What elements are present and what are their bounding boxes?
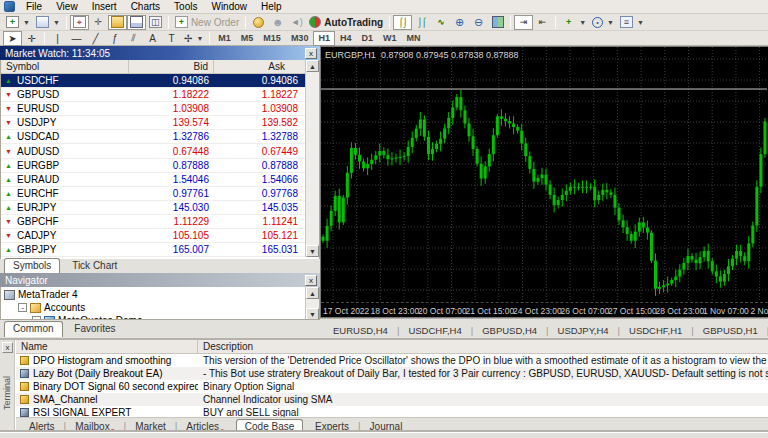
codebase-row[interactable]: SMA_ChannelChannel Indicator using SMA (16, 393, 768, 406)
auto-scroll-button[interactable]: ⇤ (533, 15, 552, 30)
tree-expander-icon[interactable]: - (18, 303, 27, 312)
autotrading-button[interactable]: AutoTrading (306, 15, 386, 30)
column-header-name[interactable]: Name (16, 340, 198, 353)
trendline-tool-button[interactable]: ╱ (86, 31, 105, 46)
bar-chart-mode-button[interactable]: ⌠⌡ (393, 15, 412, 30)
market-watch-row-gbpchf[interactable]: ▼GBPCHF1.112291.11241 (1, 215, 319, 229)
menu-item-help[interactable]: Help (254, 0, 289, 13)
codebase-row[interactable]: DPO Histogram and smoothingThis version … (16, 354, 768, 367)
timeframe-button-m1[interactable]: M1 (213, 31, 236, 46)
market-watch-row-euraud[interactable]: ▲EURAUD1.540461.54066 (1, 173, 319, 187)
indicators-button[interactable]: +▼ (559, 15, 589, 30)
market-watch-row-eurusd[interactable]: ▼EURUSD1.039081.03908 (1, 102, 319, 116)
scroll-up-icon[interactable]: ▲ (306, 60, 319, 72)
timeframe-button-h1[interactable]: H1 (313, 31, 335, 46)
chart-tab-usdjpy-h4[interactable]: USDJPY,H4 (549, 323, 618, 338)
vertical-line-tool-button[interactable]: | (48, 31, 67, 46)
timeframe-button-d1[interactable]: D1 (356, 31, 378, 46)
navigator-item-metaquotes-demo[interactable]: -MetaQuotes-Demo (4, 314, 319, 320)
chart-tab-eurusd-h4[interactable]: EURUSD,H4 (324, 323, 397, 338)
tree-expander-icon[interactable]: - (32, 316, 41, 320)
navigator-item-accounts[interactable]: -Accounts (4, 301, 319, 314)
new-chart-button[interactable]: +▼ (3, 15, 33, 30)
horizontal-line-tool-button[interactable]: — (67, 31, 86, 46)
text-tool-button[interactable]: A (143, 31, 162, 46)
chart-tab-usdchf-h4[interactable]: USDCHF,H4 (399, 323, 470, 338)
chart-shift-button[interactable]: ⇥ (514, 15, 533, 30)
market-watch-row-audusd[interactable]: ▼AUDUSD0.674480.67449 (1, 144, 319, 158)
codebase-row[interactable]: Lazy Bot (Daily Breakout EA)- This Bot u… (16, 367, 768, 380)
scroll-up-icon[interactable]: ▲ (306, 287, 319, 299)
navigator-tab-favorites[interactable]: Favorites (65, 321, 124, 336)
market-watch-scrollbar[interactable]: ▲ ▼ (305, 60, 319, 257)
menu-item-window[interactable]: Window (204, 0, 254, 13)
terminal-toggle-button[interactable] (127, 15, 146, 30)
codebase-row[interactable]: Binary DOT Signal 60 second expiredBinar… (16, 380, 768, 393)
candlestick-mode-button[interactable]: ⌡⌠ (412, 15, 431, 30)
close-icon[interactable]: x (305, 48, 317, 59)
navigator-caption[interactable]: Navigator x (0, 273, 320, 287)
market-watch-row-gbpusd[interactable]: ▼GBPUSD1.182221.18227 (1, 88, 319, 102)
navigator-item-metatrader-4[interactable]: MetaTrader 4 (4, 288, 319, 301)
menu-item-view[interactable]: View (49, 0, 85, 13)
new-order-button[interactable]: +New Order (172, 15, 242, 30)
periods-button[interactable]: •▼ (589, 15, 617, 30)
market-watch-row-usdcad[interactable]: ▲USDCAD1.327861.32788 (1, 130, 319, 144)
column-header-ask[interactable]: Ask (214, 60, 290, 73)
close-icon[interactable]: x (2, 342, 13, 353)
fibonacci-tool-button[interactable]: ƒ (105, 31, 124, 46)
market-watch-toggle-button[interactable]: ⌖ (70, 15, 89, 30)
menu-item-file[interactable]: File (19, 0, 49, 13)
market-watch-tab-symbols[interactable]: Symbols (4, 258, 60, 274)
line-chart-mode-button[interactable]: ∿ (431, 15, 450, 30)
market-watch-tab-tick-chart[interactable]: Tick Chart (63, 258, 126, 273)
menu-item-insert[interactable]: Insert (85, 0, 124, 13)
bid-value: 165.007 (129, 244, 214, 255)
templates-button[interactable]: ≡▼ (617, 15, 647, 30)
chart-window-eurgbp-h1[interactable]: EURGBP,H1 0.87908 0.87945 0.87838 0.8788… (320, 46, 768, 318)
column-header-description[interactable]: Description (198, 340, 768, 353)
navigator-tab-common[interactable]: Common (4, 321, 63, 337)
timeframe-button-h4[interactable]: H4 (335, 31, 357, 46)
scroll-down-icon[interactable]: ▼ (306, 308, 319, 320)
timeframe-button-m5[interactable]: M5 (236, 31, 259, 46)
chart-tab-usdchf-h1[interactable]: USDCHF,H1 (620, 323, 691, 338)
navigator-scrollbar[interactable]: ▲ ▼ (305, 287, 319, 320)
metaeditor-button[interactable] (249, 15, 268, 30)
candlestick-chart[interactable] (321, 47, 767, 302)
market-watch-row-gbpjpy[interactable]: ▲GBPJPY165.007165.031 (1, 243, 319, 257)
market-watch-row-usdjpy[interactable]: ▼USDJPY139.574139.582 (1, 116, 319, 130)
market-watch-row-usdchf[interactable]: ▲USDCHF0.940860.94086 (1, 74, 319, 88)
scroll-down-icon[interactable]: ▼ (306, 245, 319, 257)
column-header-symbol[interactable]: Symbol (1, 60, 129, 73)
zoom-in-button[interactable]: ⊕ (450, 15, 469, 30)
chart-tab-gbpusd-h4[interactable]: GBPUSD,H4 (473, 323, 546, 338)
timeframe-button-mn[interactable]: MN (401, 31, 425, 46)
zoom-out-button[interactable]: ⊖ (469, 15, 488, 30)
text-label-tool-button[interactable]: T (162, 31, 181, 46)
menu-item-charts[interactable]: Charts (124, 0, 167, 13)
data-window-button[interactable]: ✛ (89, 15, 108, 30)
timeframe-button-m15[interactable]: M15 (258, 31, 286, 46)
chart-tab-gbpusd-h1[interactable]: GBPUSD,H1 (694, 323, 767, 338)
arrows-tool-button[interactable]: ✢▼ (181, 31, 206, 46)
navigator-toggle-button[interactable] (108, 15, 127, 30)
close-icon[interactable]: x (305, 275, 317, 286)
timeframe-button-m30[interactable]: M30 (286, 31, 314, 46)
crosshair-tool-button[interactable]: ✛ (22, 31, 41, 46)
menu-item-tools[interactable]: Tools (167, 0, 204, 13)
column-header-bid[interactable]: Bid (129, 60, 214, 73)
market-watch-row-eurjpy[interactable]: ▲EURJPY145.030145.035 (1, 201, 319, 215)
community-button[interactable]: ☻ (268, 15, 287, 30)
market-watch-row-eurgbp[interactable]: ▲EURGBP0.878880.87888 (1, 159, 319, 173)
timeframe-button-w1[interactable]: W1 (378, 31, 402, 46)
channel-tool-button[interactable]: ⫽ (124, 31, 143, 46)
cursor-tool-button[interactable]: ➤ (3, 31, 22, 46)
market-watch-row-cadjpy[interactable]: ▼CADJPY105.105105.121 (1, 229, 319, 243)
strategy-tester-button[interactable]: ◫ (146, 15, 165, 30)
market-watch-caption[interactable]: Market Watch: 11:34:05 x (0, 46, 320, 60)
market-watch-row-eurchf[interactable]: ▲EURCHF0.977610.97768 (1, 187, 319, 201)
sound-button[interactable]: ◄) (287, 15, 306, 30)
tile-windows-button[interactable] (488, 15, 507, 30)
profiles-button[interactable]: ▼ (33, 15, 63, 30)
